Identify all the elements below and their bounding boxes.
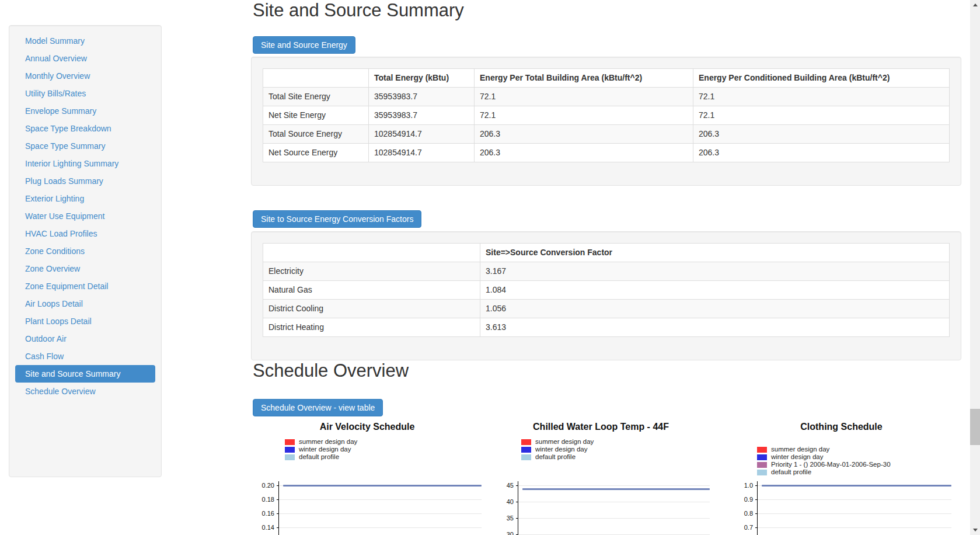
conversion-factors-table: Site=>Source Conversion FactorElectricit… <box>263 243 950 337</box>
sidebar-item: Space Type Summary <box>9 137 161 155</box>
legend-label: winter design day <box>771 453 824 461</box>
table-row: Total Site Energy35953983.772.172.1 <box>263 88 950 106</box>
site-source-energy-table: Total Energy (kBtu)Energy Per Total Buil… <box>263 68 950 162</box>
sidebar-item-zone-overview[interactable]: Zone Overview <box>9 260 161 277</box>
site-and-source-energy-button[interactable]: Site and Source Energy <box>253 36 355 54</box>
y-tick-mark <box>755 499 757 500</box>
y-tick-mark <box>277 485 278 486</box>
sidebar-item-water-use-equipment[interactable]: Water Use Equipment <box>9 207 161 225</box>
legend-entry: default profile <box>757 468 951 476</box>
sidebar-item-schedule-overview[interactable]: Schedule Overview <box>9 383 161 400</box>
row-label: Total Site Energy <box>263 88 369 106</box>
legend-swatch <box>757 454 767 460</box>
sidebar-item: Schedule Overview <box>9 383 161 400</box>
y-tick-label: 1.0 <box>731 482 753 489</box>
schedule-chart-chilled-water-loop-temp-44f: Chilled Water Loop Temp - 44Fsummer desi… <box>492 422 710 461</box>
gridline <box>279 527 482 528</box>
sidebar-item-plant-loops-detail[interactable]: Plant Loops Detail <box>9 312 161 330</box>
y-tick-mark <box>755 485 757 486</box>
row-label: Natural Gas <box>263 281 480 300</box>
sidebar-item-space-type-summary[interactable]: Space Type Summary <box>9 137 161 155</box>
y-tick-mark <box>755 527 757 528</box>
y-tick-mark <box>277 499 278 500</box>
sidebar-item-interior-lighting-summary[interactable]: Interior Lighting Summary <box>9 155 161 172</box>
y-tick-mark <box>516 518 518 519</box>
y-tick-mark <box>277 527 278 528</box>
sidebar-item: Model Summary <box>9 32 161 50</box>
table-row: Total Source Energy102854914.7206.3206.3 <box>263 125 950 144</box>
cell-value: 102854914.7 <box>369 125 475 144</box>
cell-value: 102854914.7 <box>369 144 475 162</box>
sidebar-item-monthly-overview[interactable]: Monthly Overview <box>9 67 161 85</box>
scrollbar-up-button[interactable] <box>970 0 980 10</box>
column-header <box>263 69 369 88</box>
main-content: Site and Source Summary Site and Source … <box>251 0 963 535</box>
cell-value: 72.1 <box>693 88 950 106</box>
legend-entry: Priority 1 - () 2006-May-01-2006-Sep-30 <box>757 461 951 468</box>
sidebar-item-cash-flow[interactable]: Cash Flow <box>9 348 161 365</box>
row-label: District Heating <box>263 318 480 337</box>
sidebar-item: HVAC Load Profiles <box>9 225 161 242</box>
sidebar-item-exterior-lighting[interactable]: Exterior Lighting <box>9 190 161 207</box>
legend-entry: summer design day <box>521 438 710 446</box>
scrollbar-thumb[interactable] <box>970 409 980 445</box>
series-line-default-profile <box>762 485 951 487</box>
table-row: District Cooling1.056 <box>263 300 950 318</box>
sidebar-item-hvac-load-profiles[interactable]: HVAC Load Profiles <box>9 225 161 242</box>
legend-label: summer design day <box>771 446 829 453</box>
legend-swatch <box>285 447 295 453</box>
y-tick-label: 0.20 <box>253 482 274 489</box>
sidebar-item: Outdoor Air <box>9 330 161 348</box>
sidebar-item-air-loops-detail[interactable]: Air Loops Detail <box>9 295 161 312</box>
sidebar-item: Zone Overview <box>9 260 161 277</box>
sidebar-item: Exterior Lighting <box>9 190 161 207</box>
legend-entry: default profile <box>521 453 710 461</box>
legend-label: summer design day <box>299 438 357 446</box>
sidebar-item-space-type-breakdown[interactable]: Space Type Breakdown <box>9 120 161 137</box>
table-row: District Heating3.613 <box>263 318 950 337</box>
sidebar-item: Water Use Equipment <box>9 207 161 225</box>
legend-entry: summer design day <box>285 438 482 446</box>
row-label: District Cooling <box>263 300 480 318</box>
sidebar-item-utility-bills-rates[interactable]: Utility Bills/Rates <box>9 85 161 102</box>
sidebar-item-annual-overview[interactable]: Annual Overview <box>9 50 161 67</box>
sidebar-item-envelope-summary[interactable]: Envelope Summary <box>9 102 161 120</box>
sidebar-item-zone-conditions[interactable]: Zone Conditions <box>9 242 161 260</box>
sidebar-item: Zone Equipment Detail <box>9 277 161 295</box>
column-header: Energy Per Conditioned Building Area (kB… <box>693 69 950 88</box>
legend-entry: summer design day <box>757 446 951 453</box>
schedule-overview-view-table-button[interactable]: Schedule Overview - view table <box>253 399 383 416</box>
legend-swatch <box>757 447 767 453</box>
schedule-chart-clothing-schedule: Clothing Schedulesummer design daywinter… <box>731 422 951 476</box>
cell-value: 1.056 <box>480 300 950 318</box>
chart-plot-area: 45403530 <box>492 478 710 535</box>
sidebar-item: Space Type Breakdown <box>9 120 161 137</box>
legend-label: default profile <box>535 453 576 461</box>
sidebar-item-plug-loads-summary[interactable]: Plug Loads Summary <box>9 172 161 190</box>
scrollbar-down-button[interactable] <box>970 525 980 535</box>
legend-entry: winter design day <box>285 446 482 453</box>
column-header: Site=>Source Conversion Factor <box>480 244 950 262</box>
cell-value: 206.3 <box>475 144 693 162</box>
sidebar-item-model-summary[interactable]: Model Summary <box>9 32 161 50</box>
legend-label: winter design day <box>535 446 588 453</box>
sidebar-item: Cash Flow <box>9 348 161 365</box>
vertical-scrollbar[interactable] <box>970 0 980 535</box>
sidebar-item-zone-equipment-detail[interactable]: Zone Equipment Detail <box>9 277 161 295</box>
table-row: Natural Gas1.084 <box>263 281 950 300</box>
gridline <box>518 518 710 519</box>
site-source-energy-panel: Total Energy (kBtu)Energy Per Total Buil… <box>251 57 961 186</box>
y-tick-label: 40 <box>492 498 514 505</box>
cell-value: 206.3 <box>693 144 950 162</box>
sidebar-item-outdoor-air[interactable]: Outdoor Air <box>9 330 161 348</box>
gridline <box>518 485 710 486</box>
conversion-factors-button[interactable]: Site to Source Energy Conversion Factors <box>253 210 421 228</box>
sidebar-item-site-and-source-summary[interactable]: Site and Source Summary <box>15 365 155 383</box>
header-row: Site=>Source Conversion Factor <box>263 244 950 262</box>
y-tick-label: 0.18 <box>253 496 274 503</box>
header-row: Total Energy (kBtu)Energy Per Total Buil… <box>263 69 950 88</box>
chart-legend: summer design daywinter design dayPriori… <box>757 446 951 476</box>
gridline <box>758 499 951 500</box>
cell-value: 35953983.7 <box>369 106 475 125</box>
y-tick-mark <box>516 485 518 486</box>
